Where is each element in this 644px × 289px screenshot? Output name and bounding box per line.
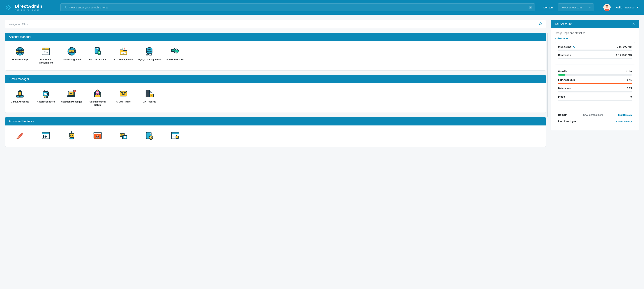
svg-point-46 <box>20 96 21 97</box>
item-spamassassin-setup[interactable]: SPAM Spamassassin Setup <box>85 88 110 107</box>
svg-text:FTP: FTP <box>122 52 125 54</box>
item-advanced-5[interactable] <box>111 130 136 142</box>
robot-icon <box>41 89 51 98</box>
top-header: DirectAdmin web control panel Domain new… <box>0 0 644 15</box>
item-mx-records[interactable]: MX Records <box>137 88 162 107</box>
item-label: MX Records <box>142 100 156 103</box>
svg-rect-43 <box>16 95 23 97</box>
redirect-arrows-icon <box>170 46 180 56</box>
svg-point-70 <box>122 92 123 93</box>
item-label: SPAM Filters <box>116 100 130 103</box>
global-search[interactable] <box>60 3 535 11</box>
domain-dropdown[interactable]: newuser.test.com <box>558 3 594 11</box>
your-account-panel: Your Account Usage, logs and statistics … <box>551 20 639 130</box>
progress-bar <box>558 74 632 76</box>
svg-point-73 <box>146 91 147 92</box>
item-label: SSL Certificates <box>88 58 106 61</box>
item-email-accounts[interactable]: E-mail Accounts <box>7 88 32 107</box>
svg-point-86 <box>71 131 72 132</box>
svg-marker-9 <box>637 7 639 8</box>
section-title: Account Manager <box>5 33 546 41</box>
stat-value: 0 B / 1000 MB <box>616 54 632 56</box>
avatar[interactable] <box>604 4 610 11</box>
item-mysql-management[interactable]: MySQL MySQL Management <box>137 45 162 65</box>
item-advanced-4[interactable] <box>85 130 110 142</box>
svg-line-3 <box>66 8 66 9</box>
clear-icon[interactable] <box>529 6 532 9</box>
item-label: E-mail Accounts <box>11 100 29 103</box>
stat-value: 0 <box>630 95 632 98</box>
item-advanced-7[interactable] <box>162 130 188 142</box>
navigation-filter-input[interactable] <box>8 23 539 26</box>
svg-point-63 <box>70 93 71 94</box>
svg-point-21 <box>44 48 45 49</box>
svg-point-54 <box>44 90 45 90</box>
navigation-filter[interactable] <box>5 20 546 28</box>
item-advanced-1[interactable] <box>7 130 32 142</box>
item-vacation-messages[interactable]: Vacation Messages <box>59 88 84 107</box>
refresh-icon[interactable] <box>573 45 576 48</box>
server-mail-icon <box>144 89 154 98</box>
progress-bar <box>558 83 632 84</box>
edit-domain-link[interactable]: + Edit Domain <box>616 114 632 116</box>
stat-label: Bandwidth <box>558 54 571 56</box>
svg-point-8 <box>606 5 608 6</box>
item-autoresponders[interactable]: Autoresponders <box>33 88 58 107</box>
laptop-mail-icon <box>67 89 76 98</box>
item-advanced-3[interactable] <box>59 130 84 142</box>
ftp-folder-icon: FTP <box>118 46 128 56</box>
svg-point-20 <box>43 48 44 49</box>
item-domain-setup[interactable]: WWW Domain Setup <box>7 45 32 65</box>
svg-text:MySQL: MySQL <box>146 54 152 56</box>
scrollbar[interactable] <box>547 33 548 117</box>
item-advanced-6[interactable] <box>137 130 162 142</box>
stat-label: Inode <box>558 95 565 98</box>
item-label: Subdomain Management <box>34 58 57 64</box>
svg-point-92 <box>98 137 98 137</box>
view-history-link[interactable]: + View History <box>616 120 632 123</box>
svg-marker-1 <box>8 5 11 10</box>
item-label: FTP Management <box>114 58 133 61</box>
user-greeting[interactable]: Hello, newuser <box>616 6 639 9</box>
item-ssl-certificates[interactable]: SSL SSL Certificates <box>85 45 110 65</box>
item-label: Vacation Messages <box>61 100 82 103</box>
stat-label: Databases <box>558 87 571 90</box>
info-label: Domain <box>558 113 583 116</box>
browser-code-icon: ://.. <box>41 46 51 56</box>
chevron-up-icon <box>632 23 635 25</box>
search-input[interactable] <box>69 6 527 9</box>
item-label: Spamassassin Setup <box>86 100 109 106</box>
info-box: Domain newuser.test.com + Edit Domain La… <box>555 109 635 127</box>
svg-point-64 <box>71 93 72 94</box>
logo[interactable]: DirectAdmin web control panel <box>5 4 55 11</box>
svg-point-2 <box>64 6 66 8</box>
logo-subtitle: web control panel <box>15 9 42 11</box>
item-dns-management[interactable]: DNS DNS Management <box>59 45 84 65</box>
item-spam-filters[interactable]: SPAM Filters <box>111 88 136 107</box>
item-label: MySQL Management <box>138 58 161 61</box>
svg-point-56 <box>47 90 48 90</box>
svg-rect-50 <box>44 93 48 95</box>
mysql-db-icon: MySQL <box>144 46 154 56</box>
logo-icon <box>5 4 12 11</box>
document-gear-icon <box>144 131 154 141</box>
svg-text:DNS: DNS <box>70 51 73 52</box>
svg-rect-77 <box>42 132 50 134</box>
view-more-link[interactable]: + View more <box>555 37 635 40</box>
browser-download-icon <box>41 131 51 141</box>
panel-title[interactable]: Your Account <box>551 20 639 28</box>
chevron-down-icon <box>589 7 591 8</box>
svg-rect-61 <box>68 95 75 97</box>
svg-point-52 <box>46 93 47 94</box>
section-account-manager: Account Manager WWW Domain Setup ://.. S… <box>5 33 546 70</box>
panel-subtitle: Usage, logs and statistics <box>555 31 635 34</box>
item-label: Domain Setup <box>12 58 28 61</box>
svg-text:://..: ://.. <box>44 50 48 53</box>
item-subdomain-management[interactable]: ://.. Subdomain Management <box>33 45 58 65</box>
svg-rect-89 <box>94 133 101 134</box>
item-site-redirection[interactable]: Site Redirection <box>162 45 188 65</box>
svg-rect-104 <box>176 136 178 138</box>
item-advanced-2[interactable] <box>33 130 58 142</box>
svg-marker-35 <box>122 47 123 48</box>
item-ftp-management[interactable]: FTP FTP Management <box>111 45 136 65</box>
